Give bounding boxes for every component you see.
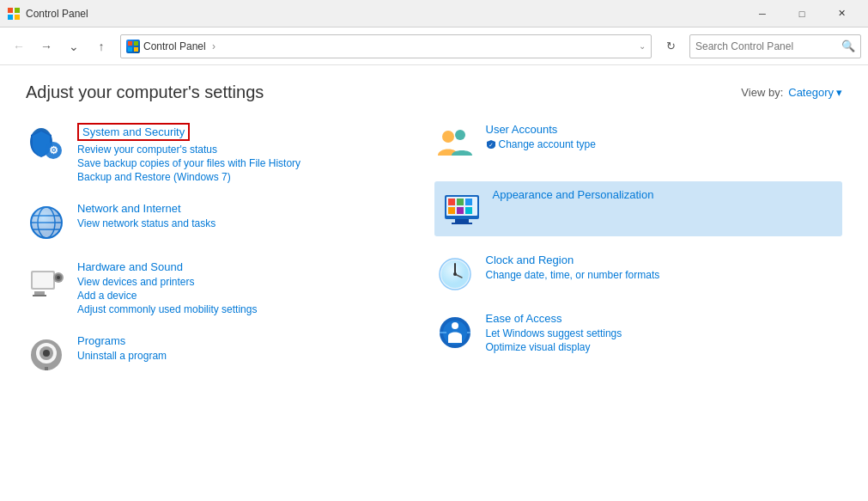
appearance-icon	[441, 188, 483, 229]
svg-rect-20	[33, 295, 46, 296]
network-internet-link-1[interactable]: View network status and tasks	[77, 217, 215, 229]
search-box[interactable]: 🔍	[689, 34, 861, 58]
address-icon	[126, 40, 140, 53]
svg-text:⚙: ⚙	[49, 144, 58, 156]
search-icon[interactable]: 🔍	[841, 40, 855, 52]
network-internet-icon	[26, 202, 67, 243]
category-hardware-sound: Hardware and Sound View devices and prin…	[26, 260, 434, 317]
system-security-icon: ⚙	[26, 123, 67, 164]
svg-rect-4	[128, 41, 132, 46]
up-button[interactable]: ↑	[89, 34, 113, 58]
hardware-sound-link-2[interactable]: Add a device	[77, 290, 257, 302]
view-by-dropdown[interactable]: Category ▾	[788, 86, 842, 99]
ease-access-link-2[interactable]: Optimize visual display	[486, 341, 622, 353]
forward-button[interactable]: →	[34, 34, 58, 58]
page-title: Adjust your computer's settings	[26, 82, 264, 102]
category-ease-access: Ease of Access Let Windows suggest setti…	[434, 312, 843, 355]
svg-point-29	[442, 131, 454, 143]
ease-access-link-1[interactable]: Let Windows suggest settings	[486, 327, 622, 339]
svg-point-27	[43, 350, 50, 357]
user-accounts-icon	[434, 123, 476, 164]
nav-bar: ← → ⌄ ↑ Control Panel › ⌄ ↻ 🔍	[0, 27, 868, 65]
refresh-button[interactable]: ↻	[659, 34, 683, 58]
back-button[interactable]: ←	[7, 34, 31, 58]
clock-region-icon	[434, 254, 476, 295]
user-accounts-link-1[interactable]: ✓ Change account type	[486, 138, 596, 150]
hardware-sound-link-3[interactable]: Adjust commonly used mobility settings	[77, 303, 257, 315]
svg-rect-35	[457, 199, 464, 205]
svg-rect-34	[448, 199, 455, 205]
category-network-internet: Network and Internet View network status…	[26, 202, 434, 243]
programs-title[interactable]: Programs	[77, 334, 167, 347]
close-button[interactable]: ✕	[822, 0, 861, 27]
system-security-title[interactable]: System and Security	[77, 123, 190, 141]
svg-rect-41	[452, 223, 472, 224]
svg-rect-7	[134, 47, 138, 52]
category-appearance: Appearance and Personalization	[434, 181, 843, 236]
svg-point-46	[453, 272, 457, 276]
shield-icon: ✓	[486, 139, 496, 150]
hardware-sound-link-1[interactable]: View devices and printers	[77, 276, 257, 288]
clock-region-link-1[interactable]: Change date, time, or number formats	[486, 269, 660, 281]
maximize-button[interactable]: □	[782, 0, 822, 27]
right-column: User Accounts ✓ Change account type	[434, 123, 843, 393]
category-clock-region: Clock and Region Change date, time, or n…	[434, 254, 843, 295]
programs-text: Programs Uninstall a program	[77, 334, 167, 364]
svg-rect-40	[455, 219, 469, 223]
hardware-sound-icon	[26, 260, 67, 302]
category-system-security: ⚙ System and Security Review your comput…	[26, 123, 434, 185]
left-column: ⚙ System and Security Review your comput…	[26, 123, 434, 393]
categories-grid: ⚙ System and Security Review your comput…	[26, 123, 842, 393]
minimize-button[interactable]: ─	[743, 0, 782, 27]
ease-access-icon	[434, 312, 476, 353]
svg-rect-28	[45, 367, 48, 370]
hardware-sound-text: Hardware and Sound View devices and prin…	[77, 260, 257, 317]
user-accounts-text: User Accounts ✓ Change account type	[486, 123, 596, 152]
programs-link-1[interactable]: Uninstall a program	[77, 350, 167, 362]
svg-rect-5	[134, 41, 138, 46]
svg-rect-1	[15, 8, 20, 13]
appearance-text: Appearance and Personalization	[493, 188, 654, 204]
svg-rect-36	[465, 199, 472, 205]
svg-rect-3	[15, 15, 20, 20]
svg-rect-2	[8, 15, 13, 20]
category-user-accounts: User Accounts ✓ Change account type	[434, 123, 843, 164]
system-security-link-1[interactable]: Review your computer's status	[77, 144, 300, 156]
main-content: Adjust your computer's settings View by:…	[0, 65, 868, 501]
user-accounts-title[interactable]: User Accounts	[486, 123, 596, 136]
svg-rect-6	[128, 47, 132, 52]
system-security-link-3[interactable]: Backup and Restore (Windows 7)	[77, 171, 300, 183]
svg-point-49	[452, 322, 458, 329]
clock-region-text: Clock and Region Change date, time, or n…	[486, 254, 660, 283]
system-security-link-2[interactable]: Save backup copies of your files with Fi…	[77, 157, 300, 169]
title-bar-title: Control Panel	[26, 8, 743, 20]
category-programs: Programs Uninstall a program	[26, 334, 434, 376]
ease-access-title[interactable]: Ease of Access	[486, 312, 622, 325]
system-security-text: System and Security Review your computer…	[77, 123, 300, 185]
ease-access-text: Ease of Access Let Windows suggest setti…	[486, 312, 622, 355]
clock-region-title[interactable]: Clock and Region	[486, 254, 660, 266]
network-internet-text: Network and Internet View network status…	[77, 202, 215, 231]
recent-locations-button[interactable]: ⌄	[62, 34, 86, 58]
svg-rect-38	[457, 207, 464, 214]
address-dropdown-icon[interactable]: ⌄	[639, 41, 646, 51]
svg-point-30	[455, 130, 465, 140]
title-bar-icon	[7, 7, 21, 21]
svg-rect-18	[33, 272, 53, 288]
address-bar[interactable]: Control Panel › ⌄	[120, 34, 652, 58]
svg-text:✓: ✓	[489, 142, 494, 148]
svg-rect-19	[34, 291, 45, 295]
hardware-sound-title[interactable]: Hardware and Sound	[77, 260, 257, 273]
title-bar-buttons: ─ □ ✕	[743, 0, 861, 27]
title-bar: Control Panel ─ □ ✕	[0, 0, 868, 27]
view-by: View by: Category ▾	[741, 86, 842, 99]
page-header: Adjust your computer's settings View by:…	[26, 82, 842, 102]
appearance-title[interactable]: Appearance and Personalization	[493, 188, 654, 201]
programs-icon	[26, 334, 67, 376]
svg-rect-39	[465, 207, 472, 214]
address-path: Control Panel ›	[143, 40, 639, 52]
svg-rect-37	[448, 207, 455, 214]
search-input[interactable]	[695, 40, 841, 52]
svg-rect-0	[8, 8, 13, 13]
network-internet-title[interactable]: Network and Internet	[77, 202, 215, 215]
